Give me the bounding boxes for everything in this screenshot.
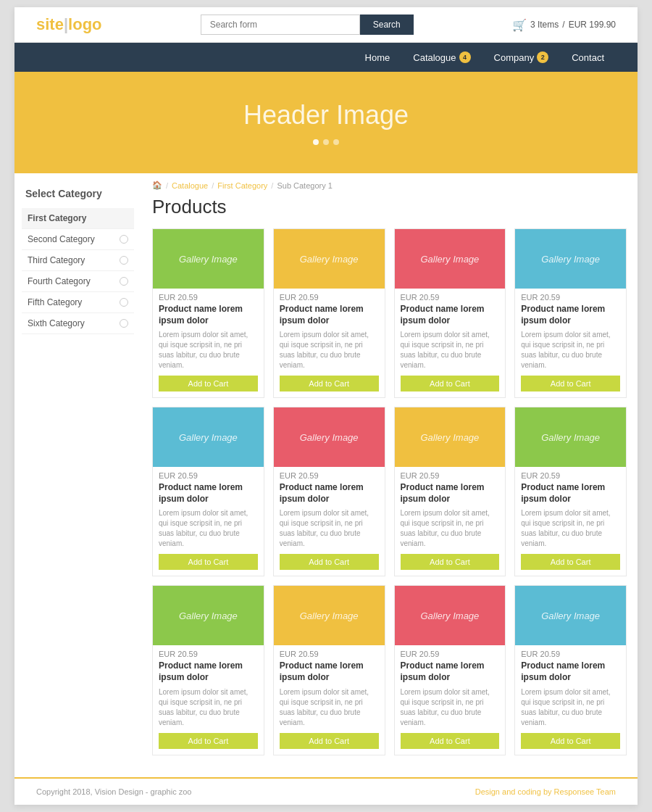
company-badge: 2 <box>537 51 548 63</box>
product-desc-9: Lorem ipsum dolor sit amet, qui isque sc… <box>280 687 379 728</box>
product-info-4: EUR 20.59 Product name lorem ipsum dolor… <box>153 467 264 576</box>
product-price-1: EUR 20.59 <box>280 293 379 302</box>
product-info-11: EUR 20.59 Product name lorem ipsum dolor… <box>515 645 626 754</box>
cart-items: 3 Items <box>530 20 559 30</box>
add-to-cart-btn-3[interactable]: Add to Cart <box>521 376 620 392</box>
product-image-5: Gallery Image <box>274 407 385 467</box>
catalogue-badge: 4 <box>459 51 471 63</box>
product-price-5: EUR 20.59 <box>280 471 379 480</box>
add-to-cart-btn-4[interactable]: Add to Cart <box>159 554 258 570</box>
add-to-cart-btn-1[interactable]: Add to Cart <box>280 376 379 392</box>
hero-title: Header Image <box>243 100 409 130</box>
product-card-8: Gallery Image EUR 20.59 Product name lor… <box>152 585 264 755</box>
product-price-10: EUR 20.59 <box>401 650 500 658</box>
product-desc-7: Lorem ipsum dolor sit amet, qui isque sc… <box>521 508 620 549</box>
search-input[interactable] <box>201 14 360 35</box>
sidebar-items: First CategorySecond CategoryThird Categ… <box>22 208 134 334</box>
breadcrumb-home[interactable]: 🏠 <box>152 181 162 190</box>
breadcrumb-first-category[interactable]: First Category <box>217 181 267 190</box>
product-price-8: EUR 20.59 <box>159 650 258 658</box>
sidebar-radio-2[interactable] <box>120 256 128 265</box>
product-desc-8: Lorem ipsum dolor sit amet, qui isque sc… <box>159 687 258 728</box>
hero-dot-1[interactable] <box>313 139 319 145</box>
product-name-3: Product name lorem ipsum dolor <box>521 304 620 326</box>
breadcrumb-sub-category: Sub Category 1 <box>277 181 332 190</box>
product-name-11: Product name lorem ipsum dolor <box>521 660 620 683</box>
add-to-cart-btn-7[interactable]: Add to Cart <box>521 554 620 570</box>
sidebar-radio-1[interactable] <box>120 235 128 244</box>
hero-dot-3[interactable] <box>333 139 339 145</box>
sidebar-radio-3[interactable] <box>120 277 128 286</box>
sidebar-item-1[interactable]: Second Category <box>22 229 134 250</box>
search-area: Search <box>201 14 414 35</box>
product-name-10: Product name lorem ipsum dolor <box>401 660 500 683</box>
sidebar-item-3[interactable]: Fourth Category <box>22 271 134 292</box>
page-card: site|logo Search 🛒 3 Items / EUR 199.90 … <box>14 7 638 805</box>
hero-banner: Header Image <box>14 72 638 173</box>
product-info-6: EUR 20.59 Product name lorem ipsum dolor… <box>395 467 506 576</box>
product-image-8: Gallery Image <box>153 586 264 645</box>
product-desc-0: Lorem ipsum dolor sit amet, qui isque sc… <box>159 330 258 370</box>
product-card-6: Gallery Image EUR 20.59 Product name lor… <box>394 407 506 576</box>
product-desc-10: Lorem ipsum dolor sit amet, qui isque sc… <box>401 687 500 728</box>
nav-item-contact[interactable]: Contact <box>560 44 616 72</box>
product-price-6: EUR 20.59 <box>401 471 500 480</box>
cart-icon: 🛒 <box>512 18 527 32</box>
sidebar-item-0[interactable]: First Category <box>22 208 134 229</box>
nav-item-catalogue[interactable]: Catalogue 4 <box>401 43 482 72</box>
product-image-3: Gallery Image <box>515 229 626 289</box>
product-price-7: EUR 20.59 <box>521 471 620 480</box>
product-name-7: Product name lorem ipsum dolor <box>521 482 620 505</box>
product-info-0: EUR 20.59 Product name lorem ipsum dolor… <box>153 289 264 397</box>
add-to-cart-btn-10[interactable]: Add to Cart <box>401 733 500 749</box>
sidebar-title: Select Category <box>22 188 134 199</box>
product-price-4: EUR 20.59 <box>159 471 258 480</box>
product-info-9: EUR 20.59 Product name lorem ipsum dolor… <box>274 645 385 754</box>
product-info-1: EUR 20.59 Product name lorem ipsum dolor… <box>274 289 385 397</box>
product-name-4: Product name lorem ipsum dolor <box>159 482 258 505</box>
product-grid: Gallery Image EUR 20.59 Product name lor… <box>152 228 627 755</box>
footer-credit: Design and coding by Responsee Team <box>475 787 616 796</box>
add-to-cart-btn-8[interactable]: Add to Cart <box>159 733 258 749</box>
product-card-10: Gallery Image EUR 20.59 Product name lor… <box>394 585 506 755</box>
product-image-10: Gallery Image <box>395 586 506 645</box>
product-image-6: Gallery Image <box>395 407 506 467</box>
logo-part2: logo <box>68 15 101 33</box>
product-desc-5: Lorem ipsum dolor sit amet, qui isque sc… <box>280 508 379 549</box>
site-logo: site|logo <box>36 15 102 34</box>
cart-price: EUR 199.90 <box>569 20 616 30</box>
add-to-cart-btn-5[interactable]: Add to Cart <box>280 554 379 570</box>
cart-separator: / <box>562 20 564 30</box>
sidebar-item-2[interactable]: Third Category <box>22 250 134 271</box>
add-to-cart-btn-6[interactable]: Add to Cart <box>401 554 500 570</box>
add-to-cart-btn-2[interactable]: Add to Cart <box>401 376 500 392</box>
product-card-3: Gallery Image EUR 20.59 Product name lor… <box>514 228 627 398</box>
content-area: Select Category First CategorySecond Cat… <box>14 173 638 770</box>
nav-item-home[interactable]: Home <box>354 44 402 72</box>
product-image-4: Gallery Image <box>153 407 264 467</box>
product-name-1: Product name lorem ipsum dolor <box>280 304 379 326</box>
search-button[interactable]: Search <box>360 14 414 35</box>
product-info-7: EUR 20.59 Product name lorem ipsum dolor… <box>515 467 626 576</box>
sidebar-radio-4[interactable] <box>120 298 128 307</box>
product-card-4: Gallery Image EUR 20.59 Product name lor… <box>152 407 264 576</box>
product-desc-3: Lorem ipsum dolor sit amet, qui isque sc… <box>521 330 620 370</box>
product-card-0: Gallery Image EUR 20.59 Product name lor… <box>152 228 264 398</box>
product-price-3: EUR 20.59 <box>521 293 620 302</box>
nav-item-company[interactable]: Company 2 <box>482 43 561 72</box>
add-to-cart-btn-11[interactable]: Add to Cart <box>521 733 620 749</box>
product-name-6: Product name lorem ipsum dolor <box>401 482 500 505</box>
cart-info: 🛒 3 Items / EUR 199.90 <box>512 18 616 32</box>
hero-dot-2[interactable] <box>323 139 329 145</box>
sidebar-item-5[interactable]: Sixth Category <box>22 313 134 334</box>
breadcrumb-catalogue[interactable]: Catalogue <box>172 181 208 190</box>
product-price-0: EUR 20.59 <box>159 293 258 302</box>
product-info-8: EUR 20.59 Product name lorem ipsum dolor… <box>153 645 264 754</box>
add-to-cart-btn-0[interactable]: Add to Cart <box>159 376 258 392</box>
sidebar-item-4[interactable]: Fifth Category <box>22 292 134 313</box>
add-to-cart-btn-9[interactable]: Add to Cart <box>280 733 379 749</box>
product-info-5: EUR 20.59 Product name lorem ipsum dolor… <box>274 467 385 576</box>
footer-copyright: Copyright 2018, Vision Design - graphic … <box>36 787 191 796</box>
product-desc-4: Lorem ipsum dolor sit amet, qui isque sc… <box>159 508 258 549</box>
sidebar-radio-5[interactable] <box>120 319 128 328</box>
